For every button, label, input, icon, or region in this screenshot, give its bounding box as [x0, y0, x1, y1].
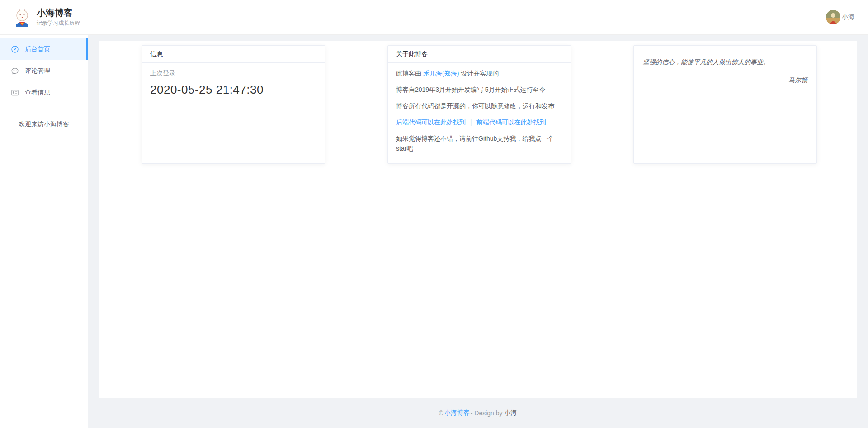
cards-row: 信息 上次登录 2020-05-25 21:47:30 关于此博客 此博客由禾几… — [99, 41, 857, 164]
main-region: 信息 上次登录 2020-05-25 21:47:30 关于此博客 此博客由禾几… — [88, 35, 868, 428]
about-card-title: 关于此博客 — [388, 46, 571, 63]
top-header: 小海博客 记录学习成长历程 小海 — [0, 0, 868, 35]
site-identity: 小海博客 记录学习成长历程 — [37, 7, 80, 27]
content-panel: 信息 上次登录 2020-05-25 21:47:30 关于此博客 此博客由禾几… — [99, 41, 857, 398]
footer-middle-text: - Design by — [471, 409, 503, 417]
about-line-history: 博客自2019年3月开始开发编写 5月开始正式运行至今 — [396, 85, 562, 95]
info-card: 信息 上次登录 2020-05-25 21:47:30 — [142, 45, 325, 164]
footer-site-link[interactable]: 小海博客 — [444, 409, 470, 417]
sidebar-item-dashboard[interactable]: 后台首页 — [0, 38, 88, 60]
last-login-label: 上次登录 — [150, 69, 316, 77]
sidebar-item-label: 后台首页 — [25, 45, 50, 53]
sidebar: 后台首页 评论管理 查看信息 — [0, 35, 88, 428]
link-divider: | — [470, 119, 472, 126]
footer-designer: 小海 — [505, 409, 517, 417]
dashboard-icon — [11, 45, 19, 53]
sidebar-item-label: 查看信息 — [25, 89, 50, 97]
quote-author: ——马尔顿 — [643, 76, 807, 85]
about-card: 关于此博客 此博客由禾几海(郑海)设计并实现的 博客自2019年3月开始开发编写… — [387, 45, 571, 164]
sidebar-item-label: 评论管理 — [25, 67, 50, 75]
info-card-title: 信息 — [142, 46, 325, 63]
about-line-opensource: 博客所有代码都是开源的，你可以随意修改，运行和发布 — [396, 101, 562, 111]
idcard-icon — [11, 89, 19, 97]
username-label: 小海 — [842, 13, 854, 21]
about-line-author: 此博客由禾几海(郑海)设计并实现的 — [396, 68, 562, 78]
copyright-symbol: © — [439, 409, 443, 417]
sidebar-item-view-info[interactable]: 查看信息 — [0, 82, 88, 104]
about-line-links: 后端代码可以在此处找到|前端代码可以在此处找到 — [396, 117, 562, 127]
last-login-time: 2020-05-25 21:47:30 — [150, 83, 316, 97]
quote-card: 坚强的信心，能使平凡的人做出惊人的事业。 ——马尔顿 — [633, 45, 817, 164]
about-line-star: 如果觉得博客还不错，请前往Github支持我，给我点一个star吧 — [396, 133, 562, 153]
frontend-code-link[interactable]: 前端代码可以在此处找到 — [476, 119, 546, 126]
backend-code-link[interactable]: 后端代码可以在此处找到 — [396, 119, 466, 126]
page-footer: © 小海博客 - Design by 小海 — [99, 398, 857, 428]
site-logo-icon — [14, 8, 31, 27]
comments-icon — [11, 67, 19, 75]
user-avatar — [826, 10, 840, 24]
sidebar-item-comments[interactable]: 评论管理 — [0, 60, 88, 82]
welcome-box: 欢迎来访小海博客 — [5, 105, 83, 144]
welcome-text: 欢迎来访小海博客 — [19, 120, 69, 128]
quote-text: 坚强的信心，能使平凡的人做出惊人的事业。 — [643, 57, 807, 67]
user-menu[interactable]: 小海 — [826, 10, 854, 24]
site-subtitle: 记录学习成长历程 — [37, 19, 80, 27]
site-title: 小海博客 — [37, 7, 80, 18]
author-link[interactable]: 禾几海(郑海) — [423, 70, 459, 77]
